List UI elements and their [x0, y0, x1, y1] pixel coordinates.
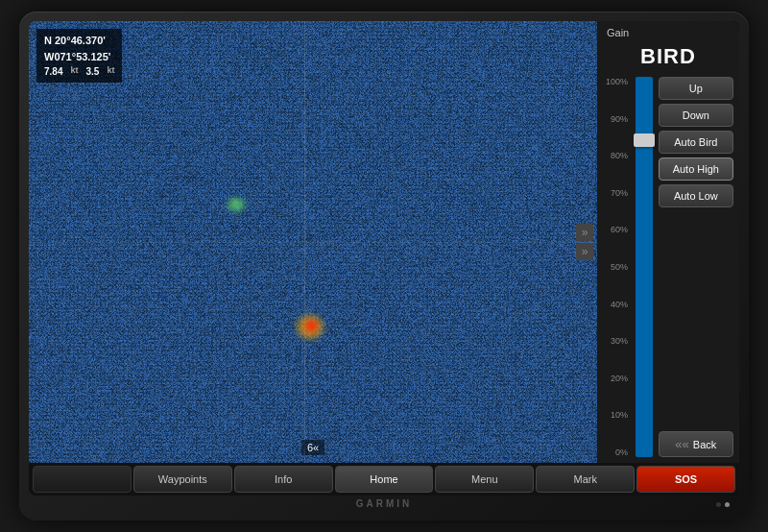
- dot-2: [725, 502, 730, 507]
- gps-lon: W071°53.125': [44, 49, 114, 65]
- info-button[interactable]: Info: [234, 466, 333, 493]
- arrow-right-1[interactable]: »: [576, 224, 593, 241]
- back-label: Back: [693, 439, 716, 450]
- home-button[interactable]: Home: [335, 466, 434, 493]
- nav-empty[interactable]: [33, 466, 132, 493]
- panel-buttons: Up Down Auto Bird Auto High Auto Low «« …: [659, 77, 733, 457]
- dot-1: [716, 502, 721, 507]
- gain-slider-thumb[interactable]: [634, 133, 655, 147]
- arrow-right-2[interactable]: »: [576, 243, 593, 260]
- main-display: N 20°46.370' W071°53.125' 7.84kt 3.5kt 6…: [29, 21, 739, 463]
- garmin-device: N 20°46.370' W071°53.125' 7.84kt 3.5kt 6…: [19, 12, 749, 520]
- scale-value: 6«: [307, 442, 319, 453]
- menu-button[interactable]: Menu: [435, 466, 534, 493]
- speed2-unit: kt: [107, 64, 114, 79]
- gain-label: Gain: [603, 27, 733, 38]
- gain-scale: 100% 90% 80% 70% 60% 50% 40% 30% 20% 10%…: [603, 77, 630, 457]
- up-button[interactable]: Up: [659, 77, 733, 100]
- speed1-unit: kt: [70, 64, 78, 79]
- horizontal-line: [29, 242, 597, 243]
- waypoints-button[interactable]: Waypoints: [133, 466, 232, 493]
- status-dots: [716, 502, 730, 507]
- back-button[interactable]: «« Back: [659, 431, 733, 457]
- speed2-val: 3.5: [85, 64, 99, 79]
- brand-label: GARMIN: [356, 496, 413, 511]
- gain-mode: BIRD: [603, 42, 733, 73]
- nav-bar: Waypoints Info Home Menu Mark SOS: [29, 463, 739, 496]
- gps-speed-row: 7.84kt 3.5kt: [44, 64, 114, 79]
- mark-button[interactable]: Mark: [536, 466, 635, 493]
- right-panel: Gain BIRD 100% 90% 80% 70% 60% 50% 40% 3…: [597, 21, 739, 463]
- gain-slider-track[interactable]: [636, 77, 653, 457]
- down-button[interactable]: Down: [659, 104, 733, 127]
- scale-label: 6«: [301, 440, 324, 455]
- gps-lat: N 20°46.370': [44, 33, 114, 49]
- gps-overlay: N 20°46.370' W071°53.125' 7.84kt 3.5kt: [36, 29, 122, 83]
- auto-high-button[interactable]: Auto High: [659, 157, 733, 181]
- auto-low-button[interactable]: Auto Low: [659, 184, 733, 207]
- radar-view: N 20°46.370' W071°53.125' 7.84kt 3.5kt 6…: [29, 21, 597, 463]
- screen: N 20°46.370' W071°53.125' 7.84kt 3.5kt 6…: [29, 21, 739, 496]
- back-chevron-icon: ««: [675, 437, 688, 451]
- nav-arrows: » »: [576, 224, 593, 260]
- auto-bird-button[interactable]: Auto Bird: [659, 131, 733, 154]
- gain-slider-area: 100% 90% 80% 70% 60% 50% 40% 30% 20% 10%…: [603, 77, 733, 457]
- sos-button[interactable]: SOS: [636, 466, 735, 493]
- speed1-val: 7.84: [44, 64, 62, 79]
